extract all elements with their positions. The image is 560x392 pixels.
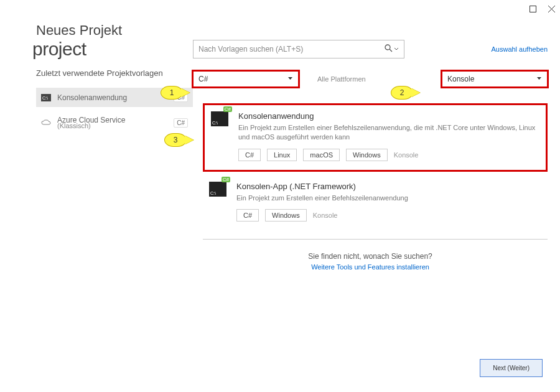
svg-line-6 <box>390 49 392 52</box>
close-icon[interactable] <box>548 5 555 12</box>
divider <box>203 239 548 240</box>
search-field[interactable] <box>198 45 385 54</box>
template-item-console-app-framework[interactable]: C:\ Konsolen-App (.NET Framework) Ein Pr… <box>203 175 548 230</box>
recent-templates-heading: Zuletzt verwendete Projektvorlagen <box>36 68 193 78</box>
annotation-callout-2: 2 <box>391 86 413 100</box>
annotation-callout-3: 3 <box>164 133 187 147</box>
svg-rect-0 <box>530 6 536 12</box>
install-more-link[interactable]: Weitere Tools und Features installieren <box>193 263 548 271</box>
type-filter-dropdown[interactable]: Konsole <box>442 71 548 87</box>
console-app-icon: C:\ <box>209 182 226 197</box>
recent-template-name: Konsolenanwendung <box>57 93 127 102</box>
dropdown-value: Konsole <box>447 75 474 83</box>
next-button[interactable]: Next (Weiter) <box>480 359 543 377</box>
template-tag: C# <box>236 209 259 222</box>
template-title: Konsolen-App (.NET Framework) <box>236 182 539 191</box>
search-icon <box>385 44 393 54</box>
svg-text:C:\: C:\ <box>42 96 48 100</box>
template-tag: Linux <box>267 149 297 161</box>
template-tag: macOS <box>303 149 340 161</box>
platform-filter-label: Alle Plattformen <box>317 75 366 83</box>
language-filter-dropdown[interactable]: C# <box>193 71 299 87</box>
annotation-callout-1: 1 <box>161 86 183 100</box>
not-found-label: Sie finden nicht, wonach Sie suchen? <box>193 252 548 261</box>
template-description: Ein Projekt zum Erstellen einer Befehlsz… <box>238 123 537 142</box>
template-tag-plain: Konsole <box>313 212 338 219</box>
template-search-input[interactable] <box>193 40 404 58</box>
recent-template-item[interactable]: Azure Cloud Service (Klassisch) C# <box>36 111 193 134</box>
chevron-down-icon <box>287 75 293 83</box>
template-tag: C# <box>238 149 261 161</box>
template-item-console-app[interactable]: C:\ Konsolenanwendung Ein Projekt zum Er… <box>203 103 548 172</box>
dialog-title: Neues Projekt <box>36 22 560 39</box>
template-tag: Windows <box>265 209 307 222</box>
template-title: Konsolenanwendung <box>238 111 537 121</box>
dropdown-value: C# <box>198 75 208 83</box>
maximize-icon[interactable] <box>529 5 536 12</box>
cloud-icon <box>41 118 51 127</box>
language-badge: C# <box>174 118 188 128</box>
clear-selection-link[interactable]: Auswahl aufheben <box>491 45 548 53</box>
chevron-down-icon <box>536 75 542 83</box>
template-tag-plain: Konsole <box>394 151 419 159</box>
chevron-down-icon <box>394 45 399 54</box>
console-app-icon: C:\ <box>211 111 228 126</box>
template-tag: Windows <box>346 149 388 161</box>
template-description: Ein Projekt zum Erstellen einer Befehlsz… <box>236 194 539 203</box>
svg-point-5 <box>385 45 390 50</box>
console-icon: C:\ <box>41 93 51 102</box>
